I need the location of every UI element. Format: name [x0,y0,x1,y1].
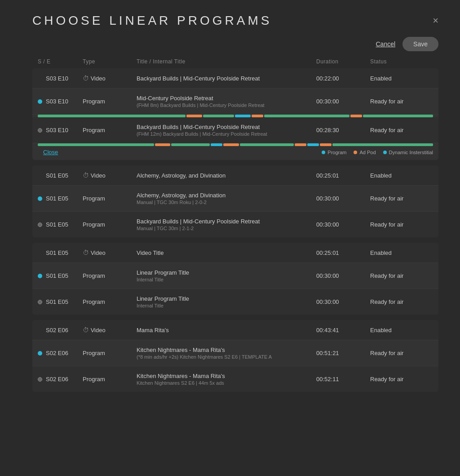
table-container: S / E Type Title / Internal Title Durati… [0,58,460,392]
bar-segment [252,115,263,117]
bar-segment [320,143,332,146]
title-sub: Internal Title [137,277,316,282]
cell-type: Program [83,221,137,228]
type-label: Program [83,127,105,133]
title-sub: Internal Title [137,303,316,308]
cell-duration: 00:22:00 [316,75,370,82]
timeline-bar-2 [32,143,438,146]
video-icon: ⏱ [83,326,89,334]
legend-dynamic-dot [383,151,387,154]
table-row: S01 E05 ⏱ Video Video Title 00:25:01 Ena… [32,243,438,263]
selection-dot [38,351,42,356]
video-icon: ⏱ [83,249,89,256]
cell-status: Enabled [370,75,433,82]
cell-title: Backyard Builds | Mid-Century Poolside R… [137,124,316,137]
se-label: S01 E05 [46,272,68,279]
legend-row: Close Program Ad Pod Dynamic Insterstiti… [32,146,438,160]
section-expanded: S03 E10 ⏱ Video Backyard Builds | Mid-Ce… [32,68,438,160]
cell-status: Ready for air [370,98,433,105]
selection-dot [38,99,42,104]
cell-duration: 00:25:01 [316,172,370,179]
table-row: S01 E05 ⏱ Video Alchemy, Astrology, and … [32,165,438,186]
cell-type: Program [83,127,137,133]
cell-se: S03 E10 [38,98,83,105]
cell-title: Alchemy, Astrology, and Divination [137,172,316,179]
title-main: Linear Program Title [137,269,316,276]
cell-duration: 00:51:21 [316,350,370,356]
se-label: S03 E10 [46,127,68,133]
cancel-button[interactable]: Cancel [376,40,395,48]
bar-segment [332,143,433,146]
bar-segment [264,115,350,117]
title-main: Kitchen Nightmares - Mama Rita's [137,373,316,379]
bar-segment [171,143,210,146]
cell-type: ⏱ Video [83,249,137,256]
type-label: Program [83,98,105,105]
title-sub: (FHM 12m) Backyard Builds | Mid-Century … [137,131,316,137]
cell-se: S02 E06 [38,350,83,356]
cell-status: Enabled [370,249,433,256]
legend-dynamic: Dynamic Insterstitial [383,150,433,155]
se-label: S01 E05 [46,221,68,228]
col-duration: Duration [316,58,370,65]
se-label: S02 E06 [46,350,68,356]
selection-dot [38,377,42,382]
cell-status: Ready for air [370,127,433,133]
close-button[interactable]: × [433,16,438,26]
close-timeline-button[interactable]: Close [43,149,58,156]
timeline-bar-1 [32,115,438,117]
cell-duration: 00:30:00 [316,298,370,305]
table-row: S03 E10 Program Mid-Century Poolside Ret… [32,89,438,115]
cell-status: Enabled [370,327,433,334]
cell-title: Linear Program Title Internal Title [137,269,316,282]
cell-title: Backyard Builds | Mid-Century Poolside R… [137,75,316,82]
cell-duration: 00:30:00 [316,98,370,105]
cell-status: Ready for air [370,350,433,356]
cell-type: Program [83,272,137,279]
title-sub: (*8 min ads/hr +2s) Kitchen Nightmares S… [137,354,316,360]
title-main: Mid-Century Poolside Retreat [137,95,316,102]
cell-status: Ready for air [370,298,433,305]
table-row: S02 E06 Program Kitchen Nightmares - Mam… [32,366,438,392]
cell-type: Program [83,98,137,105]
save-button[interactable]: Save [402,37,438,51]
cell-se: S01 E05 [38,172,83,179]
table-row: S03 E10 ⏱ Video Backyard Builds | Mid-Ce… [32,68,438,89]
type-label: Video [91,249,106,256]
title-main: Alchemy, Astrology, and Divination [137,172,316,179]
title-main: Linear Program Title [137,295,316,302]
bar-segment [240,143,294,146]
title-main: Backyard Builds | Mid-Century Poolside R… [137,218,316,225]
type-label: Video [91,327,106,334]
se-label: S01 E05 [46,298,68,305]
cell-type: ⏱ Video [83,326,137,334]
bar-segment [186,115,202,117]
cell-duration: 00:43:41 [316,327,370,334]
cell-type: ⏱ Video [83,75,137,82]
section-group-1: S01 E05 ⏱ Video Alchemy, Astrology, and … [32,165,438,237]
col-se: S / E [38,58,83,65]
bar-segment [38,143,154,146]
cell-title: Kitchen Nightmares - Mama Rita's Kitchen… [137,373,316,386]
bar-segment [38,115,186,117]
cell-duration: 00:28:30 [316,127,370,133]
bar-segment [211,143,222,146]
legend-program-label: Program [327,150,346,155]
cell-type: ⏱ Video [83,172,137,179]
cell-title: Mid-Century Poolside Retreat (FHM 8m) Ba… [137,95,316,108]
col-title: Title / Internal Title [137,58,316,65]
bar-segment [235,115,251,117]
cell-title: Alchemy, Astrology, and Divination Manua… [137,192,316,205]
cell-se: S01 E05 [38,221,83,228]
cell-title: Linear Program Title Internal Title [137,295,316,308]
cell-se: S02 E06 [38,327,83,334]
table-row: S01 E05 Program Alchemy, Astrology, and … [32,186,438,212]
bar-segment [350,115,362,117]
selection-dot [38,274,42,278]
selection-dot [38,128,42,133]
title-sub: Manual | TGC 30m Roku | 2-0-2 [137,200,316,205]
type-label: Video [91,75,106,82]
modal-header: CHOOSE LINEAR PROGRAMS × [0,0,460,37]
title-main: Video Title [137,249,316,256]
section-group-3: S02 E06 ⏱ Video Mama Rita's 00:43:41 Ena… [32,320,438,392]
